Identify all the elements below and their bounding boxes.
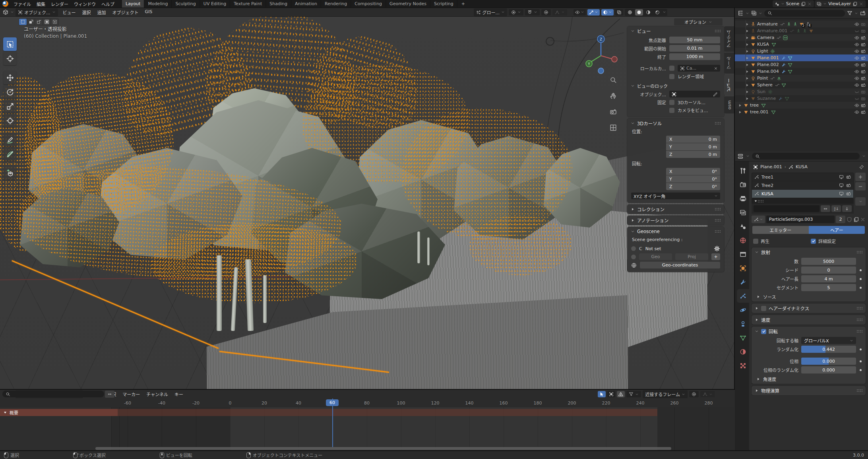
menu-item[interactable]: ファイル — [11, 0, 34, 8]
shading-rendered-button[interactable] — [653, 9, 661, 16]
viewport-canvas[interactable]: ユーザー・透視投影 (60) Collection | Plane.001 Z … — [0, 17, 735, 389]
select-mode-invert[interactable] — [43, 19, 50, 25]
errors-filter-toggle[interactable] — [617, 391, 625, 397]
render-display-icon[interactable] — [846, 175, 851, 179]
workspace-tab[interactable]: Sculpting — [172, 0, 200, 8]
nav-zoom-button[interactable] — [610, 76, 617, 84]
eye-open-icon[interactable] — [854, 83, 859, 88]
outliner-row[interactable]: Armature.001 — [735, 27, 868, 34]
eye-open-icon[interactable] — [854, 103, 859, 108]
shading-material-button[interactable] — [644, 9, 652, 16]
properties-tab-particles[interactable] — [737, 289, 749, 303]
eye-open-icon[interactable] — [854, 56, 859, 60]
eye-open-icon[interactable] — [854, 62, 859, 67]
workspace-tab[interactable]: Compositing — [351, 0, 386, 8]
cursor-rotation-field[interactable]: X0° — [666, 168, 720, 175]
cursor-rotation-field[interactable]: Z0° — [666, 183, 720, 190]
dopesheet-menu-item[interactable]: チャンネル — [143, 390, 171, 398]
workspace-tab[interactable]: Texture Paint — [230, 0, 266, 8]
sidebar-tab[interactable]: ビュー — [724, 74, 735, 95]
unlink-icon[interactable] — [860, 217, 866, 222]
regrow-checkbox[interactable] — [753, 239, 758, 244]
workspace-tab[interactable]: Modeling — [144, 0, 172, 8]
pivot-point-selector[interactable] — [509, 9, 523, 16]
lock-3d-cursor-checkbox[interactable] — [669, 100, 674, 105]
field-value[interactable]: 4 m — [801, 275, 856, 282]
invert-filter-button[interactable] — [105, 391, 114, 398]
render-display-icon[interactable] — [846, 191, 851, 196]
panel-grip[interactable] — [856, 251, 862, 254]
editor-type-icon[interactable] — [737, 153, 744, 159]
render-camera-icon[interactable] — [861, 42, 866, 47]
physics-panel[interactable]: 物理演算 — [752, 386, 866, 395]
render-camera-icon[interactable] — [861, 69, 866, 74]
animate-dot[interactable] — [860, 278, 862, 280]
outliner-search-input[interactable] — [764, 10, 845, 17]
filter-icon[interactable] — [847, 10, 852, 16]
tool-move[interactable] — [3, 71, 17, 84]
visibility-toggle[interactable] — [574, 9, 586, 16]
scene-selector[interactable]: Scene — [773, 0, 814, 7]
users-count[interactable]: 2 — [836, 216, 845, 223]
settings-name-field[interactable]: ParticleSettings.003 — [766, 216, 835, 223]
tool-add-cube[interactable] — [3, 166, 17, 180]
outliner-row[interactable]: Plane.001 — [735, 54, 868, 61]
view-panel-header[interactable]: ビュー — [627, 26, 724, 36]
summary-channel[interactable]: 概要 — [0, 409, 118, 416]
breadcrumb-data[interactable]: KUSA — [796, 164, 808, 169]
outliner-row[interactable]: tree — [735, 102, 868, 109]
invert-filter-button[interactable] — [821, 205, 830, 212]
eyedropper-icon[interactable] — [713, 92, 718, 97]
outliner-row[interactable]: Light — [735, 48, 868, 54]
menu-item[interactable]: レンダー — [48, 0, 71, 8]
nav-ortho-button[interactable] — [610, 124, 617, 131]
rotation-panel-header[interactable]: 回転 — [752, 327, 866, 336]
panel-grip[interactable] — [715, 219, 721, 222]
viewport-menu-item[interactable]: 選択 — [79, 8, 94, 16]
outliner-row[interactable]: Camera — [735, 34, 868, 41]
chevron-down-icon[interactable] — [746, 154, 750, 158]
properties-tab-viewlayer[interactable] — [737, 206, 749, 219]
shading-solid-button[interactable] — [635, 9, 643, 16]
lock-object-field[interactable] — [669, 91, 720, 97]
menu-item[interactable]: ヘルプ — [99, 0, 117, 8]
mode-selector[interactable]: オブジェク... — [15, 8, 58, 16]
add-workspace-button[interactable]: + — [458, 1, 468, 6]
eye-open-icon[interactable] — [854, 110, 859, 115]
animate-dot[interactable] — [860, 348, 862, 350]
panel-grip[interactable] — [715, 122, 721, 125]
gizmos-toggle[interactable] — [587, 9, 600, 16]
nav-camera-button[interactable] — [610, 108, 617, 115]
viewport-display-icon[interactable] — [839, 175, 844, 179]
gear-icon[interactable] — [714, 245, 720, 252]
viewport-menu-item[interactable]: ビュー — [60, 8, 79, 16]
select-mode-intersect[interactable] — [51, 19, 58, 25]
settings-type-button[interactable] — [752, 216, 765, 223]
render-camera-icon[interactable] — [861, 76, 866, 81]
copy-icon[interactable] — [853, 217, 859, 222]
select-mode-set[interactable] — [19, 19, 27, 25]
nav-pan-button[interactable] — [610, 92, 617, 99]
render-disabled-icon[interactable] — [861, 29, 866, 33]
particle-system-row[interactable]: KUSA — [752, 190, 853, 198]
outliner-row[interactable]: tree.001 — [735, 109, 868, 115]
properties-tab-constraints[interactable] — [737, 317, 749, 331]
sidebar-tab[interactable]: ツール — [724, 53, 735, 74]
properties-tab-collection[interactable] — [737, 247, 749, 261]
render-camera-icon[interactable] — [861, 35, 866, 40]
advanced-checkbox[interactable] — [811, 239, 816, 244]
panel-grip[interactable] — [715, 29, 721, 33]
panel-grip[interactable] — [856, 318, 862, 321]
velocity-panel[interactable]: 速度 — [752, 315, 866, 325]
tool-rotate[interactable] — [3, 85, 17, 99]
panel-grip[interactable] — [856, 307, 862, 310]
outliner-row[interactable]: Sun — [735, 88, 868, 95]
outliner-row[interactable]: Armature54 — [735, 21, 868, 27]
animate-dot[interactable] — [860, 360, 862, 362]
xray-toggle[interactable] — [615, 9, 623, 16]
workspace-tab[interactable]: Layout — [122, 0, 144, 8]
rotation-checkbox[interactable] — [761, 329, 766, 334]
workspace-tab[interactable]: Rendering — [321, 0, 351, 8]
eye-open-icon[interactable] — [854, 49, 859, 54]
sort-reverse-button[interactable] — [842, 205, 852, 212]
